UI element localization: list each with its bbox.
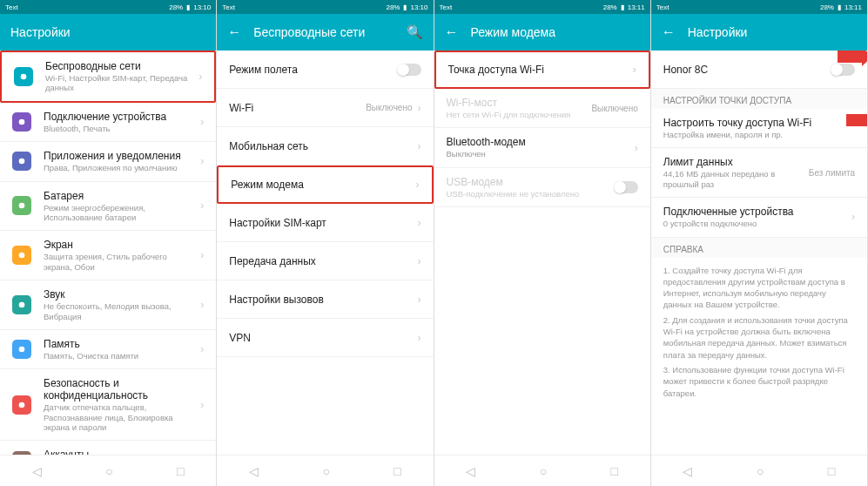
row-sub: Память, Очистка памяти: [44, 351, 195, 361]
row-title: Мобильная сеть: [229, 140, 412, 152]
help-text: 1. Создайте точку доступа Wi-Fi для пред…: [651, 258, 867, 406]
chevron-icon: ›: [200, 399, 204, 411]
settings-row[interactable]: Экран Защита зрения, Стиль рабочего экра…: [0, 231, 216, 280]
navbar: ◁ ○ □: [651, 455, 867, 486]
screen-tethering: Text 28%▮13:11 ← Режим модема Точка дост…: [434, 0, 651, 486]
chevron-icon: ›: [418, 217, 421, 229]
row-sub: Не беспокоить, Мелодия вызова, Вибрация: [44, 301, 195, 321]
settings-row[interactable]: Память Память, Очистка памяти ›: [0, 330, 216, 369]
svg-point-7: [19, 402, 25, 408]
screen-hotspot: Text 28%▮13:11 ← Настройки Honor 8C НАСТ…: [651, 0, 868, 486]
chevron-icon: ›: [635, 142, 638, 154]
toggle[interactable]: [397, 64, 421, 76]
wireless-row[interactable]: VPN ›: [217, 319, 433, 357]
settings-row[interactable]: Беспроводные сети Wi-Fi, Настройки SIM-к…: [0, 51, 216, 103]
row-sub: Нет сети Wi-Fi для подключения: [447, 110, 587, 119]
settings-row[interactable]: Батарея Режим энергосбережения, Использо…: [0, 182, 216, 232]
row-icon: [12, 451, 31, 455]
nav-back[interactable]: ◁: [466, 464, 475, 478]
nav-recent[interactable]: □: [177, 464, 184, 478]
chevron-icon: ›: [200, 155, 204, 167]
nav-home[interactable]: ○: [105, 464, 112, 478]
wireless-row[interactable]: Передача данных ›: [217, 242, 433, 280]
row-title: USB-модем: [447, 176, 614, 188]
chevron-icon: ›: [200, 249, 204, 261]
row-title: Звук: [44, 288, 195, 300]
chevron-icon: ›: [418, 140, 421, 152]
page-title: Режим модема: [471, 25, 640, 39]
row-icon: [12, 152, 31, 171]
nav-recent[interactable]: □: [611, 464, 618, 478]
screen-settings: Text 28%▮13:10 Настройки Беспроводные се…: [0, 0, 217, 486]
row-sub: Bluetooth, Печать: [44, 124, 195, 133]
row-title: Подключенные устройства: [663, 206, 846, 218]
chevron-icon: ›: [198, 71, 202, 83]
nav-home[interactable]: ○: [322, 464, 329, 478]
screen-wireless: Text 28%▮13:10 ← Беспроводные сети 🔍 Реж…: [217, 0, 434, 486]
statusbar: Text 28%▮13:10: [0, 0, 216, 14]
settings-list: Беспроводные сети Wi-Fi, Настройки SIM-к…: [0, 51, 216, 455]
svg-point-6: [19, 347, 25, 353]
back-icon[interactable]: ←: [662, 24, 676, 40]
row-title: Режим модема: [231, 179, 410, 191]
configure-hotspot-row[interactable]: Настроить точку доступа Wi-Fi Настройка …: [651, 109, 867, 148]
wireless-row[interactable]: Мобильная сеть ›: [217, 127, 433, 165]
row-icon: [12, 340, 31, 359]
hotspot-toggle-row[interactable]: Honor 8C: [651, 51, 867, 89]
settings-row[interactable]: Подключение устройства Bluetooth, Печать…: [0, 103, 216, 142]
row-icon: [12, 112, 31, 132]
row-title: Точка доступа Wi-Fi: [448, 64, 628, 76]
row-title: Экран: [44, 239, 195, 251]
nav-recent[interactable]: □: [394, 464, 400, 478]
statusbar: Text 28%▮13:10: [217, 0, 433, 14]
hotspot-toggle[interactable]: [831, 64, 855, 76]
wireless-list: Режим полета Wi-Fi Выключено› Мобильная …: [217, 51, 433, 455]
wireless-row[interactable]: Wi-Fi Выключено›: [217, 89, 433, 127]
settings-row[interactable]: Звук Не беспокоить, Мелодия вызова, Вибр…: [0, 280, 216, 330]
settings-row[interactable]: Безопасность и конфиденциальность Датчик…: [0, 369, 216, 441]
back-icon[interactable]: ←: [227, 24, 241, 40]
chevron-icon: ›: [851, 211, 855, 223]
row-icon: [12, 395, 31, 415]
wireless-row[interactable]: Режим модема ›: [217, 165, 433, 204]
nav-recent[interactable]: □: [828, 464, 835, 478]
row-title: Bluetooth-модем: [447, 136, 629, 148]
chevron-icon: ›: [200, 299, 204, 311]
row-title: Подключение устройства: [44, 111, 195, 123]
settings-row[interactable]: Аккаунты Добавление/управление профилями…: [0, 441, 216, 455]
nav-back[interactable]: ◁: [32, 464, 42, 478]
row-title: Память: [44, 338, 195, 350]
hotspot-content: Honor 8C НАСТРОЙКИ ТОЧКИ ДОСТУПА Настрои…: [651, 51, 867, 455]
nav-back[interactable]: ◁: [249, 464, 259, 478]
chevron-icon: ›: [418, 102, 421, 114]
tethering-row[interactable]: Точка доступа Wi-Fi ›: [434, 51, 650, 89]
chevron-icon: ›: [200, 116, 204, 128]
wireless-row[interactable]: Настройки вызовов ›: [217, 280, 433, 319]
toggle[interactable]: [614, 181, 638, 193]
back-icon[interactable]: ←: [445, 24, 459, 40]
chevron-icon: ›: [418, 255, 421, 267]
hotspot-name: Honor 8C: [663, 64, 831, 76]
row-sub: 0 устройств подключено: [663, 219, 846, 228]
row-sub: Защита зрения, Стиль рабочего экрана, Об…: [44, 252, 195, 272]
svg-point-0: [21, 74, 27, 80]
wireless-row[interactable]: Настройки SIM-карт ›: [217, 204, 433, 242]
settings-row[interactable]: Приложения и уведомления Права, Приложен…: [0, 142, 216, 181]
nav-back[interactable]: ◁: [683, 464, 692, 478]
row-sub: Выключен: [447, 149, 629, 159]
nav-home[interactable]: ○: [757, 464, 764, 478]
tethering-row[interactable]: Bluetooth-модемВыключен ›: [434, 128, 650, 167]
nav-home[interactable]: ○: [540, 464, 547, 478]
page-title: Беспроводные сети: [253, 25, 406, 39]
svg-point-5: [19, 302, 25, 308]
row-title: Режим полета: [229, 64, 396, 76]
search-icon[interactable]: 🔍: [407, 24, 423, 40]
connected-devices-row[interactable]: Подключенные устройства 0 устройств подк…: [651, 198, 867, 237]
svg-point-4: [19, 253, 25, 259]
svg-point-3: [19, 203, 25, 209]
row-icon: [12, 295, 31, 314]
chevron-icon: ›: [416, 179, 420, 191]
row-value: Выключено: [591, 104, 637, 113]
wireless-row[interactable]: Режим полета: [217, 51, 433, 89]
data-limit-row[interactable]: Лимит данных 44,16 МБ данных передано в …: [651, 148, 867, 198]
